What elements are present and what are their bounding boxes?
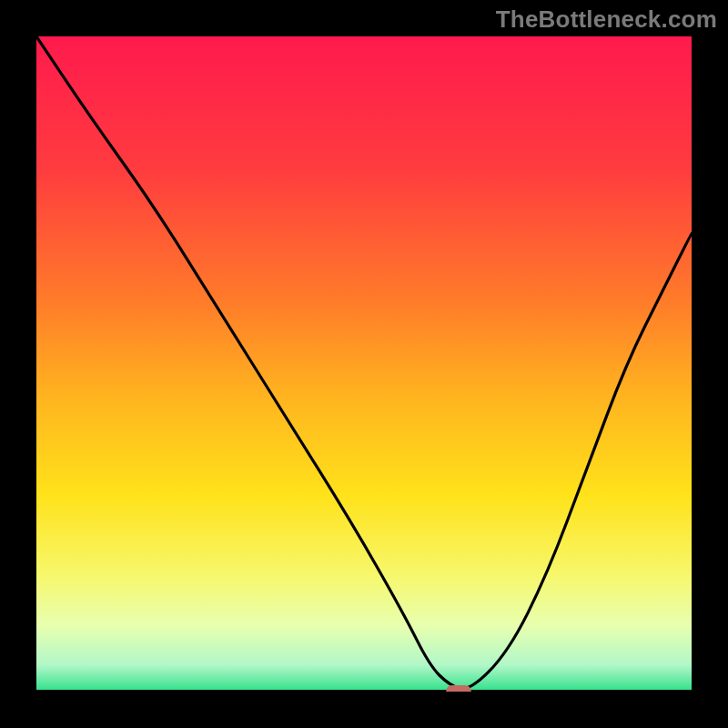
chart-plot-area [36, 36, 692, 692]
attribution-text: TheBottleneck.com [496, 5, 717, 34]
chart-frame: TheBottleneck.com [0, 0, 728, 728]
chart-svg [36, 36, 692, 692]
optimum-marker [446, 685, 471, 692]
chart-background [36, 36, 692, 692]
